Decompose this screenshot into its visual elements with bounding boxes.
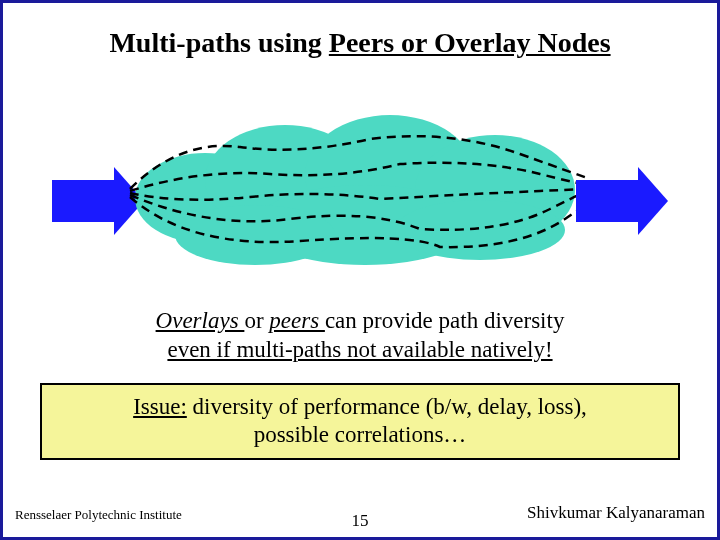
caption-word-overlays: Overlays	[156, 308, 245, 333]
page-number: 15	[352, 511, 369, 531]
caption-rest1: can provide path diversity	[325, 308, 565, 333]
issue-box: Issue: diversity of performance (b/w, de…	[40, 383, 680, 461]
caption-text: Overlays or peers can provide path diver…	[3, 307, 717, 365]
caption-line2: even if multi-paths not available native…	[167, 337, 552, 362]
slide-frame: Multi-paths using Peers or Overlay Nodes	[0, 0, 720, 540]
title-underlined: Peers or Overlay Nodes	[329, 27, 611, 58]
arrow-out	[576, 167, 668, 235]
caption-or: or	[244, 308, 269, 333]
multipath-lines	[120, 119, 600, 259]
title-plain: Multi-paths using	[109, 27, 328, 58]
footer-institute: Rensselaer Polytechnic Institute	[15, 507, 182, 523]
caption-word-peers: peers	[269, 308, 325, 333]
issue-text1: diversity of performance (b/w, delay, lo…	[187, 394, 587, 419]
slide-title: Multi-paths using Peers or Overlay Nodes	[33, 27, 687, 59]
network-diagram	[80, 109, 640, 279]
footer-author: Shivkumar Kalyanaraman	[527, 503, 705, 523]
issue-label: Issue:	[133, 394, 187, 419]
issue-text2: possible correlations…	[254, 422, 467, 447]
